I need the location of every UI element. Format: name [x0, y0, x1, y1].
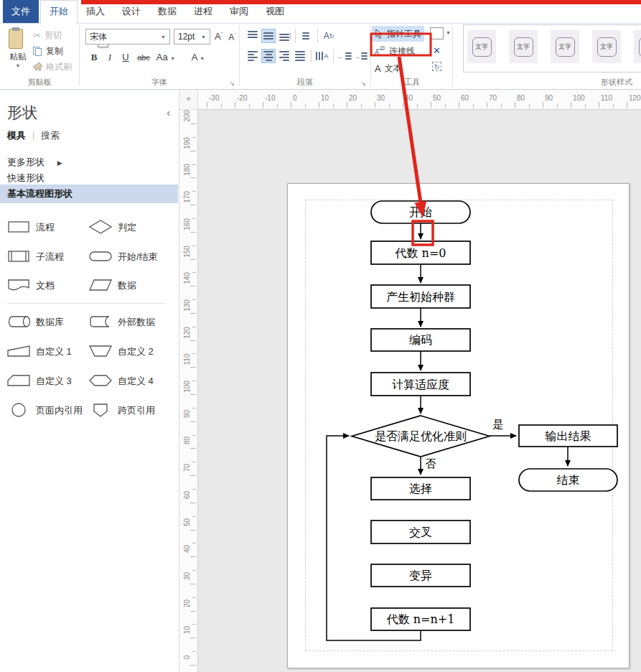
rectangle-tool-button[interactable] [430, 27, 444, 39]
stencil-item-decision[interactable]: 判定 [88, 219, 136, 236]
stencil-item-subprocess[interactable]: 子流程 [6, 248, 64, 266]
paste-label: 粘贴 [4, 51, 32, 63]
subprocess-icon [6, 248, 32, 266]
ruler-label: 10 [183, 620, 191, 641]
shape-style-thumbnail[interactable]: 文字 [467, 30, 496, 63]
paste-button[interactable]: 粘贴 ▼ [4, 27, 32, 68]
font-family-select[interactable]: 宋体 ▼ [85, 29, 170, 45]
tab-data[interactable]: 数据 [149, 1, 185, 23]
shapes-panel: 形状 ‹ 模具搜索 更多形状 ▶ 快速形状 基本流程图形状 流程判定子流程开始/… [0, 90, 179, 672]
tab-process[interactable]: 进程 [185, 1, 221, 23]
decrease-indent-icon[interactable]: ← [337, 49, 352, 63]
shrink-font-button[interactable]: Aˇ [228, 32, 236, 42]
increase-indent-icon[interactable]: → [353, 49, 368, 63]
collapse-panel-icon[interactable]: ‹ [167, 107, 170, 118]
ruler-label: -20 [237, 94, 247, 102]
text-block-tool-button[interactable]: ↻ [432, 62, 441, 71]
connection-point-tool-button[interactable]: ✕ [433, 45, 441, 56]
text-direction-icon[interactable]: A [315, 49, 329, 63]
drawing-canvas[interactable] [198, 110, 641, 672]
pointer-tool-button[interactable]: 指针工具 [372, 26, 424, 42]
ruler-label: 170 [183, 187, 191, 208]
align-left-icon[interactable] [245, 49, 260, 63]
tab-review[interactable]: 审阅 [221, 1, 257, 23]
flyout-icon: ▶ [57, 159, 62, 167]
rotate-text-icon[interactable]: A↻ [322, 29, 336, 43]
align-right-icon[interactable] [277, 49, 291, 63]
stencil-item-label: 开始/结束 [118, 251, 158, 263]
panel-tab-stencils[interactable]: 模具 [7, 129, 26, 142]
ruler-label: 20 [183, 592, 191, 614]
strikethrough-button[interactable]: abc [134, 50, 153, 65]
stencil-item-custom2[interactable]: 自定义 2 [88, 343, 154, 360]
ruler-label: -10 [265, 94, 275, 102]
stencil-item-custom1[interactable]: 自定义 1 [6, 343, 72, 360]
ruler-label: 70 [489, 94, 497, 102]
quick-shapes-link[interactable]: 快速形状 [7, 172, 45, 185]
tab-view[interactable]: 视图 [257, 1, 293, 23]
stencil-item-onpage-ref[interactable]: 页面内引用 [6, 402, 83, 419]
change-case-button[interactable]: Aa ▼ [154, 50, 177, 65]
connector-icon [375, 46, 385, 56]
bullets-icon[interactable]: ⁞ [299, 29, 314, 43]
paragraph-dialog-launcher[interactable]: ↘ [360, 80, 366, 87]
copy-button[interactable]: 复制 [33, 45, 63, 57]
shape-style-thumbnail[interactable]: 文字 [509, 30, 538, 63]
font-dialog-launcher[interactable]: ↘ [229, 80, 235, 87]
ruler-label: 110 [601, 94, 612, 102]
font-group-label: 字体 [80, 77, 239, 88]
stencil-basic-flowchart[interactable]: 基本流程图形状 [0, 185, 178, 203]
stencil-item-label: 外部数据 [118, 316, 155, 329]
shape-style-thumbnail[interactable]: 文字 [592, 30, 621, 63]
ruler-label: 160 [183, 213, 191, 235]
tab-design[interactable]: 设计 [113, 1, 149, 23]
align-top-icon[interactable] [245, 29, 260, 43]
tab-file[interactable]: 文件 [3, 0, 39, 23]
justify-icon[interactable] [293, 49, 307, 63]
ruler-label: 40 [183, 538, 191, 560]
stencil-item-document[interactable]: 文档 [6, 277, 55, 294]
stencil-item-custom4[interactable]: 自定义 4 [88, 373, 154, 390]
clipboard-group-label: 剪贴板 [0, 77, 79, 88]
cut-button[interactable]: ✂ 剪切 [33, 29, 62, 42]
stencil-item-offpage-ref[interactable]: 跨页引用 [88, 402, 155, 419]
ruler-origin-button[interactable]: + [179, 90, 198, 110]
align-center-icon[interactable] [261, 49, 276, 63]
tools-group: 指针工具 ▼ 连接线 ✕ A 文本 ↻ 工具 [371, 24, 453, 89]
shape-style-thumbnail[interactable]: 文字 [634, 30, 641, 63]
align-middle-icon[interactable] [261, 29, 276, 43]
format-painter-button[interactable]: 格式刷 [33, 60, 72, 73]
chevron-down-icon[interactable]: ▼ [446, 30, 451, 35]
stencil-item-data[interactable]: 数据 [88, 277, 136, 294]
font-size-select[interactable]: 12pt ▼ [174, 29, 210, 45]
text-tool-button[interactable]: A 文本 [372, 60, 405, 76]
ruler-label: 90 [545, 94, 553, 102]
bold-button[interactable]: B [87, 50, 101, 65]
font-color-button[interactable]: A ▼ [187, 50, 209, 65]
connector-tool-button[interactable]: 连接线 [372, 43, 418, 59]
more-shapes-link[interactable]: 更多形状 ▶ [7, 156, 62, 169]
stencil-item-external-data[interactable]: 外部数据 [88, 314, 155, 331]
italic-button[interactable]: I [103, 50, 117, 65]
chevron-down-icon: ▼ [200, 56, 205, 61]
stencil-item-label: 判定 [118, 221, 136, 234]
shape-style-preview-text: 文字 [639, 37, 641, 57]
shape-style-thumbnail[interactable]: 文字 [551, 30, 579, 63]
separator [33, 131, 34, 141]
stencil-item-database[interactable]: 数据库 [6, 314, 64, 331]
stencil-item-process[interactable]: 流程 [6, 219, 55, 236]
panel-tab-search[interactable]: 搜索 [41, 129, 60, 142]
vertical-ruler[interactable]: 2001901801701601501401301201101009080706… [179, 110, 198, 672]
stencil-item-terminator[interactable]: 开始/结束 [88, 248, 158, 266]
tab-home[interactable]: 开始 [40, 0, 78, 24]
page[interactable] [287, 183, 630, 668]
grow-font-button[interactable]: Aˆ [215, 31, 223, 42]
shape-style-gallery: 文字文字文字文字文字 [463, 24, 641, 73]
custom2-icon [88, 343, 113, 361]
stencil-item-custom3[interactable]: 自定义 3 [6, 373, 72, 390]
ruler-label: 140 [183, 268, 191, 289]
data-icon [88, 277, 113, 295]
tab-insert[interactable]: 插入 [78, 1, 113, 23]
underline-button[interactable]: U [118, 50, 133, 65]
horizontal-ruler[interactable]: -30-20-100102030405060708090100110120 [198, 90, 641, 110]
